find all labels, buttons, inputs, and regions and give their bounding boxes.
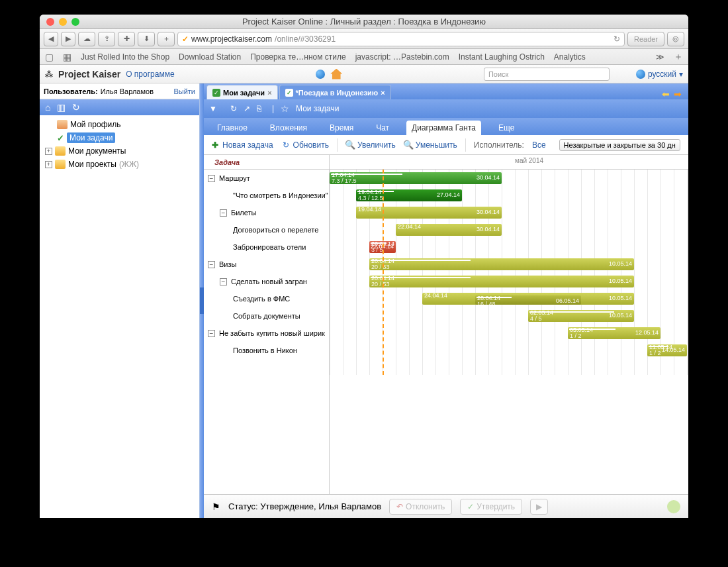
gantt-task-row[interactable]: Договориться о перелете [204, 221, 329, 238]
home-icon[interactable]: ⌂ [45, 102, 50, 113]
gantt-bar[interactable]: 19.04.1430.04.14 [356, 207, 502, 219]
add-tab-icon[interactable]: ＋ [674, 51, 683, 63]
executor-value[interactable]: Все [532, 140, 546, 150]
gantt-chart[interactable]: май 2014 17.04.147.3 / 17.530.04.1419.04… [330, 155, 688, 494]
subtab-main[interactable]: Главное [212, 121, 253, 135]
logout-link[interactable]: Выйти [173, 87, 195, 95]
gantt-bar[interactable]: 05.05.141 / 212.05.14 [568, 327, 660, 339]
search-input[interactable]: Поиск [484, 68, 610, 81]
refresh-icon[interactable]: ↻ [72, 102, 80, 113]
subtab-time[interactable]: Время [324, 121, 359, 135]
bookmark-item[interactable]: javascript: …Pastebin.com [355, 52, 449, 62]
gantt-task-row[interactable]: Съездить в ФМС [204, 290, 329, 307]
gantt-bar[interactable]: 28.04.1416 / 4806.05.14 [475, 295, 581, 305]
zoom-out-button[interactable]: 🔍Уменьшить [404, 140, 457, 150]
close-icon[interactable]: × [267, 89, 271, 97]
gantt-task-row[interactable]: "Что смотреть в Индонезии" [204, 187, 329, 204]
share-button[interactable]: ⇪ [98, 32, 115, 46]
bookmark-item[interactable]: Проверка те…нном стиле [250, 52, 346, 62]
bookmark-item[interactable]: Download Station [179, 52, 241, 62]
nav-back-button[interactable]: ◀ [44, 32, 58, 46]
sidebar-item-tasks[interactable]: ✓ Мои задачи [40, 131, 199, 144]
gantt-task-row[interactable]: Позвонить в Никон [204, 342, 329, 359]
gantt-bar[interactable]: 20.04.1420 / 5310.05.14 [369, 258, 634, 270]
filter-dropdown[interactable]: Незакрытые и закрытые за 30 дн [559, 139, 680, 151]
close-icon[interactable]: × [381, 89, 385, 97]
columns-icon[interactable]: ▥ [57, 102, 66, 113]
next-step-button[interactable]: ▶ [530, 499, 548, 515]
collapse-icon[interactable]: − [220, 209, 227, 217]
gantt-task-row[interactable]: −Билеты [204, 204, 329, 221]
globe-icon[interactable] [316, 70, 325, 79]
gantt-task-row[interactable]: −Не забыть купить новый ширик [204, 325, 329, 342]
tab-history-back[interactable]: ⬅ [662, 89, 672, 99]
expand-icon[interactable]: + [45, 148, 52, 155]
new-task-button[interactable]: ✚Новая задача [210, 140, 273, 150]
collapse-icon[interactable]: − [208, 175, 215, 182]
breadcrumb[interactable]: Мои задачи [296, 104, 339, 113]
expand-icon[interactable]: + [45, 161, 52, 168]
gantt-bar[interactable]: 02.05.144 / 510.05.14 [528, 310, 634, 322]
bookmark-item[interactable]: Instant Laughing Ostrich [459, 52, 545, 62]
extension-button[interactable]: ◎ [667, 32, 684, 46]
gantt-bar[interactable]: 22.04.1430.04.14 [396, 224, 502, 236]
gantt-bar[interactable]: 11.05.141 / 214.05.14 [647, 344, 687, 356]
subtab-gantt[interactable]: Диаграмма Ганта [406, 121, 481, 135]
language-selector[interactable]: русский ▾ [636, 70, 683, 79]
about-link[interactable]: О программе [126, 70, 174, 79]
tab-my-tasks[interactable]: ✓ Мои задачи × [206, 85, 278, 99]
gantt-task-row[interactable]: −Визы [204, 256, 329, 273]
window-minimize-button[interactable] [59, 18, 67, 26]
status-flag-icon: ⚑ [212, 501, 220, 512]
tab-history-forward[interactable]: ➡ [674, 89, 684, 99]
add-bookmark-button[interactable]: ✚ [118, 32, 135, 46]
subtab-chat[interactable]: Чат [371, 121, 394, 135]
new-tab-button[interactable]: ＋ [158, 32, 175, 46]
bookmarks-overflow[interactable]: ≫ [656, 52, 664, 62]
status-corner-icon[interactable] [667, 500, 680, 513]
zoom-in-button[interactable]: 🔍Увеличить [345, 140, 396, 150]
gantt-bar[interactable]: 17.04.147.3 / 17.530.04.14 [330, 172, 502, 184]
collapse-icon[interactable]: − [220, 278, 227, 285]
app-logo-icon: ⁂ [45, 70, 53, 79]
gantt-task-row[interactable]: Забронировать отели [204, 238, 329, 256]
bookmark-item[interactable]: Just Rolled Into the Shop [81, 52, 169, 62]
gantt-task-row[interactable]: −Маршрут [204, 170, 329, 187]
gantt-bar[interactable]: 19.04.144.3 / 12.527.04.14 [356, 189, 462, 201]
browser-toolbar: ◀ ▶ ☁ ⇪ ✚ ⬇ ＋ ✓ www.projectkaiser.com/on… [40, 29, 688, 49]
reading-list-icon[interactable]: ▢ [45, 52, 54, 62]
gantt-task-row[interactable]: Собрать документы [204, 307, 329, 325]
subtab-more[interactable]: Еще [493, 121, 520, 135]
icloud-button[interactable]: ☁ [78, 32, 95, 46]
sidebar-item-profile[interactable]: Мой профиль [40, 118, 199, 131]
window-close-button[interactable] [46, 18, 54, 26]
window-maximize-button[interactable] [71, 18, 79, 26]
top-sites-icon[interactable]: ▦ [63, 52, 71, 62]
star-icon[interactable]: ☆ [281, 103, 289, 114]
sidebar-item-documents[interactable]: + Мои документы [40, 144, 199, 158]
tab-trip[interactable]: ✓ *Поездка в Индонезию × [279, 85, 391, 99]
sidebar-item-projects[interactable]: + Мои проекты (ЖЖ) [40, 158, 199, 171]
downloads-button[interactable]: ⬇ [138, 32, 155, 46]
url-bar[interactable]: ✓ www.projectkaiser.com/online/#3036291 … [177, 32, 625, 46]
refresh-button[interactable]: ↻Обновить [281, 140, 329, 150]
popout-icon[interactable]: ↗ [244, 104, 250, 113]
task-column-header: Задача [204, 155, 329, 170]
nav-forward-button[interactable]: ▶ [61, 32, 75, 46]
gantt-bar[interactable]: 20.04.1420 / 5310.05.14 [369, 276, 634, 287]
decline-button[interactable]: ↶Отклонить [389, 499, 452, 515]
gantt-task-row[interactable]: −Сделать новый загран [204, 273, 329, 290]
collapse-icon[interactable]: − [208, 261, 215, 268]
reader-button[interactable]: Reader [627, 32, 664, 46]
executor-label: Исполнитель: [474, 140, 524, 150]
bookmark-item[interactable]: Analytics [554, 52, 586, 62]
link-icon[interactable]: ⎘ [257, 104, 261, 113]
home-icon[interactable] [330, 69, 342, 79]
site-icon: ✓ [182, 34, 189, 44]
dropdown-icon[interactable]: ▼ [209, 104, 217, 113]
subtab-attachments[interactable]: Вложения [265, 121, 312, 135]
collapse-icon[interactable]: − [208, 330, 215, 337]
window-title: Project Kaiser Online : Личный раздел : … [40, 17, 688, 26]
approve-button[interactable]: ✓Утвердить [460, 499, 522, 515]
refresh-icon[interactable]: ↻ [230, 104, 237, 113]
